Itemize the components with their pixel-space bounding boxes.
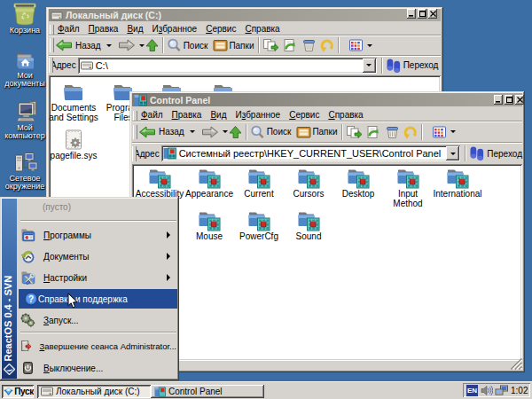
svg-text:?: ? (28, 294, 34, 304)
